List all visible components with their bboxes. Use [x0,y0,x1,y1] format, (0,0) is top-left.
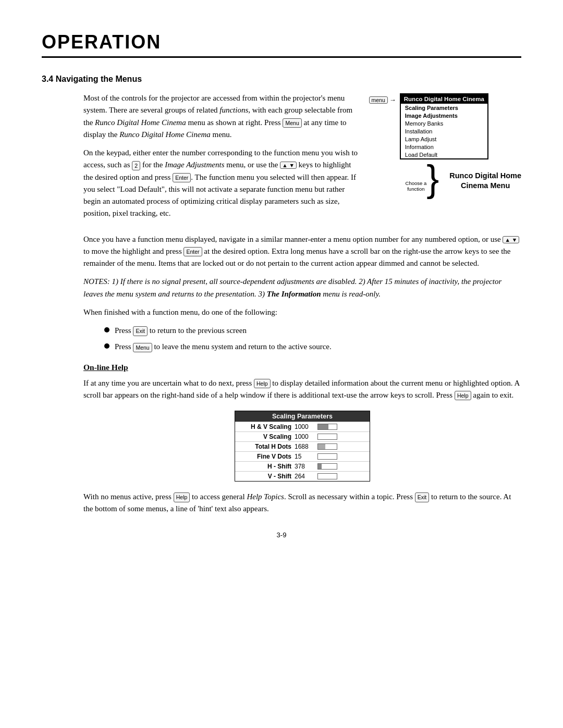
bullet-1-text: Press Exit to return to the previous scr… [115,325,247,337]
key-2: 2 [132,161,140,170]
scaling-row-1: V Scaling 1000 [235,431,370,441]
menu-box-header: Runco Digital Home Cinema [401,94,487,104]
runco-cinema-label: Runco Digital Home Cinema Menu [449,171,521,191]
scaling-label-3: Fine V Dots [239,453,291,460]
scaling-value-4: 378 [295,463,314,470]
up-down-keys: ▲ ▼ [280,162,297,169]
paragraph-3: Once you have a function menu displayed,… [83,233,521,270]
paragraph-4: When finished with a function menu, do o… [83,306,521,318]
scaling-bar-5 [317,473,337,479]
scaling-label-5: V - Shift [239,473,291,480]
scaling-bar-0 [317,424,337,430]
menu-key-diagram: menu [369,96,388,104]
scaling-value-3: 15 [295,453,314,460]
exit-key-1: Exit [133,326,148,336]
arrow-icon: → [389,96,396,104]
enter-key-1: Enter [173,173,191,182]
scaling-bar-4 [317,463,337,470]
help-key-2: Help [455,391,471,400]
page-number: 3-9 [42,531,521,539]
scaling-bar-3 [317,453,337,460]
scaling-row-3: Fine V Dots 15 [235,451,370,461]
scaling-table-wrapper: Scaling Parameters H & V Scaling 1000 V … [83,411,521,482]
paragraph-6: With no menus active, press Help to acce… [83,491,521,515]
menu-item-2: Memory Banks [401,119,487,127]
menu-item-5: Information [401,143,487,151]
help-key-1: Help [254,379,271,388]
scaling-label-4: H - Shift [239,463,291,470]
paragraph-5: If at any time you are uncertain what to… [83,377,521,402]
scaling-value-5: 264 [295,473,314,480]
up-down-keys-2: ▲ ▼ [503,236,519,243]
scaling-row-4: H - Shift 378 [235,461,370,471]
page-title: OPERATION [42,31,521,58]
paragraph-1: Most of the controls for the projector a… [83,92,360,141]
section-heading: 3.4 Navigating the Menus [42,75,521,84]
scaling-row-0: H & V Scaling 1000 [235,422,370,431]
scaling-bar-1 [317,434,337,440]
scaling-table-header: Scaling Parameters [235,411,370,422]
scaling-label-2: Total H Dots [239,443,291,450]
enter-key-2: Enter [183,247,202,256]
menu-item-0: Scaling Parameters [401,104,487,112]
bullet-icon-1 [104,327,109,332]
scaling-value-0: 1000 [295,423,314,430]
help-key-3: Help [174,492,190,502]
bullet-item-2: Press Menu to leave the menu system and … [104,341,521,353]
menu-key-bullet: Menu [133,343,152,352]
scaling-row-5: V - Shift 264 [235,471,370,481]
menu-item-1: Image Adjustments [401,112,487,119]
choose-function-label: Choose a function [406,180,427,192]
intro-text-col: Most of the controls for the projector a… [83,92,360,226]
notes-paragraph: NOTES: 1) If there is no signal present,… [83,276,521,300]
scaling-value-2: 1688 [295,443,314,450]
scaling-table: Scaling Parameters H & V Scaling 1000 V … [235,411,370,482]
bullet-item-1: Press Exit to return to the previous scr… [104,325,521,337]
menu-diagram: menu → Runco Digital Home Cinema Scaling… [369,92,521,226]
subsection-online-help: On-line Help [83,363,521,372]
brace-icon: } [426,161,439,196]
scaling-value-1: 1000 [295,433,314,440]
menu-item-3: Installation [401,127,487,135]
bullet-icon-2 [104,343,109,349]
menu-key-1: Menu [283,118,301,128]
paragraph-2: On the keypad, either enter the number c… [83,147,360,220]
scaling-label-0: H & V Scaling [239,423,291,430]
menu-item-4: Lamp Adjust [401,135,487,143]
bullet-list: Press Exit to return to the previous scr… [104,325,521,353]
scaling-row-2: Total H Dots 1688 [235,441,370,451]
scaling-label-1: V Scaling [239,433,291,440]
exit-key-2: Exit [415,492,430,502]
menu-item-6: Load Default [401,151,487,158]
scaling-bar-2 [317,443,337,450]
menu-box: Runco Digital Home Cinema Scaling Parame… [400,93,488,159]
bullet-2-text: Press Menu to leave the menu system and … [115,341,332,353]
